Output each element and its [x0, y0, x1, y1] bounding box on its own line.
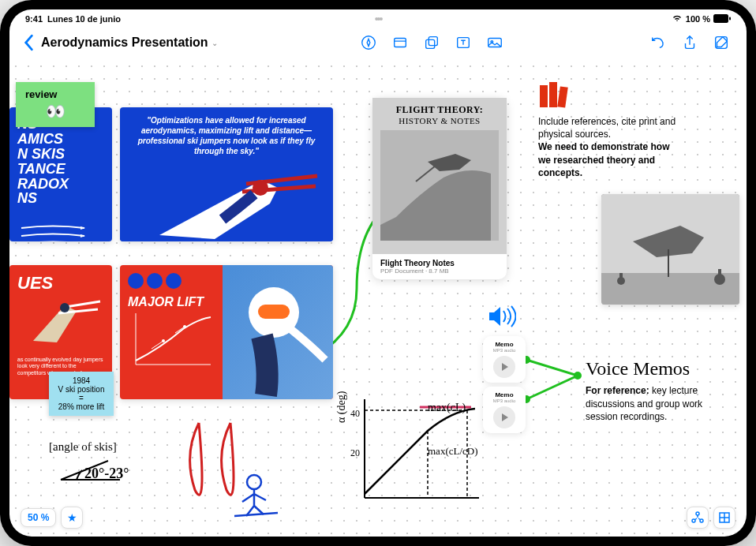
sticky-note-icon[interactable]: [387, 30, 413, 55]
svg-rect-1: [729, 17, 731, 20]
svg-point-45: [696, 512, 699, 515]
graph-label-maxcl: max(cL): [428, 401, 466, 416]
shape-tool-icon[interactable]: [419, 30, 444, 55]
battery-icon: [713, 14, 731, 24]
collaborators-icon[interactable]: [687, 507, 709, 529]
play-button[interactable]: [493, 406, 515, 428]
file-attachment-pdf[interactable]: FLIGHT THEORY: HISTORY & NOTES Flight Th…: [372, 98, 507, 279]
image-glider[interactable]: [601, 194, 739, 305]
svg-line-38: [234, 513, 278, 516]
svg-rect-27: [540, 85, 548, 107]
grid-toggle-icon[interactable]: [713, 507, 735, 529]
sticky-text: review: [25, 88, 85, 100]
file-name: Flight Theory Notes: [380, 259, 499, 267]
eyes-emoji: 👀: [25, 102, 85, 121]
svg-point-22: [183, 325, 186, 328]
books-icon: [538, 82, 570, 110]
chevron-down-icon: ⌄: [211, 39, 218, 47]
status-time: 9:41: [25, 14, 43, 24]
sticky-note-1984[interactable]: 1984 V ski position = 28% more lift: [49, 372, 114, 416]
wifi-icon: [672, 14, 683, 24]
svg-rect-36: [619, 273, 623, 282]
audio-memo-2[interactable]: Memo MP3 audio: [483, 387, 526, 433]
svg-point-18: [60, 303, 69, 312]
battery-percent: 100 %: [686, 14, 710, 24]
svg-rect-5: [429, 37, 437, 46]
svg-point-21: [162, 339, 165, 342]
document-title: Aerodynamics Presentation: [41, 36, 208, 50]
audio-memo-1[interactable]: Memo MP3 audio: [483, 336, 526, 383]
back-button[interactable]: [22, 34, 35, 51]
svg-rect-0: [713, 14, 728, 23]
svg-rect-28: [549, 82, 557, 107]
svg-rect-34: [718, 269, 721, 280]
sticky-note-review[interactable]: review 👀: [16, 82, 95, 127]
graph-yaxis-label: α (deg): [335, 391, 350, 423]
pen-tool-icon[interactable]: [356, 30, 381, 55]
graph-label-maxclcd: max(cL/cD): [428, 444, 478, 458]
play-button[interactable]: [493, 356, 515, 378]
freeform-canvas[interactable]: NS AMICS N SKIS TANCE RADOX NS "Optimiza…: [9, 60, 747, 537]
favorite-button[interactable]: ★: [61, 507, 83, 529]
document-title-dropdown[interactable]: Aerodynamics Presentation ⌄: [41, 36, 218, 50]
status-date: Lunes 10 de junio: [47, 14, 121, 24]
graph-tick-40: 40: [350, 407, 360, 420]
svg-point-17: [253, 180, 268, 196]
slide-blue-title[interactable]: NS AMICS N SKIS TANCE RADOX NS: [9, 107, 112, 241]
text-tool-icon[interactable]: [451, 30, 476, 55]
zoom-level[interactable]: 50 %: [21, 508, 56, 527]
multitask-handle[interactable]: •••: [375, 13, 382, 25]
graph-tick-20: 20: [350, 447, 360, 459]
file-meta: PDF Document · 8.7 MB: [380, 267, 499, 275]
media-tool-icon[interactable]: [482, 30, 507, 55]
compose-icon[interactable]: [709, 30, 734, 55]
text-voice-memos[interactable]: Voice Memos For reference: key lecture d…: [586, 356, 720, 423]
handwriting-angle-value: 20°-23°: [84, 464, 129, 483]
svg-rect-24: [258, 305, 290, 319]
slide-red-majorlift[interactable]: MAJOR LIFT: [120, 265, 333, 399]
doodle-skier: [175, 415, 286, 518]
svg-rect-6: [425, 39, 434, 48]
svg-rect-29: [557, 86, 568, 107]
svg-rect-3: [394, 39, 406, 47]
toolbar: Aerodynamics Presentation ⌄: [9, 25, 747, 60]
handwriting-angle-label: [angle of skis]: [49, 439, 117, 454]
undo-icon[interactable]: [646, 30, 671, 55]
slide-blue-quote[interactable]: "Optimizations have allowed for increase…: [120, 107, 333, 241]
svg-point-37: [247, 475, 261, 489]
text-references[interactable]: Include references, cite print and physi…: [538, 115, 680, 179]
speaker-icon: [488, 305, 516, 328]
share-icon[interactable]: [677, 30, 702, 55]
svg-point-15: [574, 372, 582, 380]
